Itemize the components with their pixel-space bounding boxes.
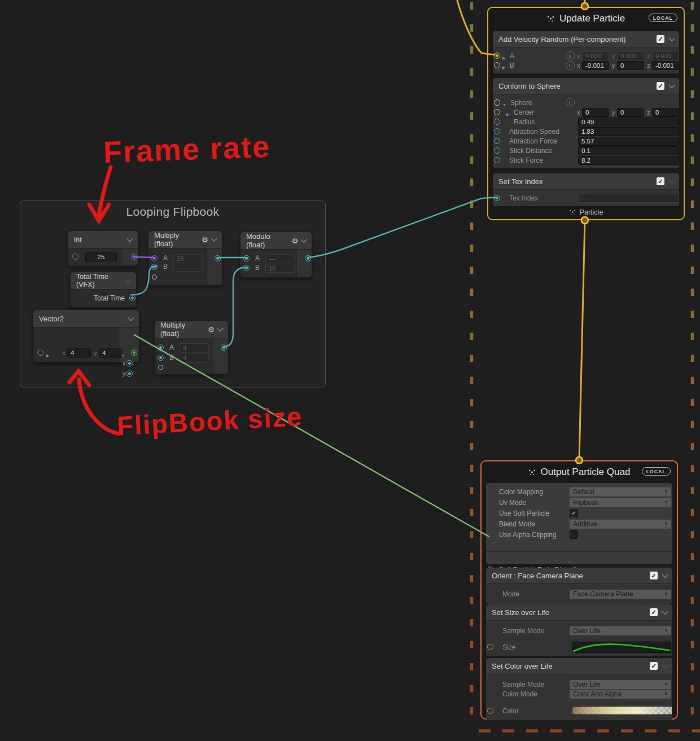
block-enabled-checkbox[interactable] — [657, 35, 664, 43]
attraction-speed-field[interactable]: 1.83 — [578, 127, 679, 136]
port-radius[interactable] — [494, 119, 500, 125]
port-vector2-y-output[interactable] — [126, 370, 133, 377]
port-vector2-input[interactable] — [37, 350, 43, 356]
port-color[interactable] — [487, 708, 493, 714]
port-multiply2-b[interactable] — [158, 355, 164, 361]
velocity-a-x-field[interactable]: 0.001 — [582, 51, 609, 60]
chevron-down-icon[interactable] — [662, 572, 668, 578]
velocity-b-z-field[interactable]: -0.001 — [652, 61, 679, 70]
uv-mode-dropdown[interactable]: Flipbook — [570, 498, 671, 507]
port-int-input[interactable] — [72, 254, 78, 260]
multiply-b-field[interactable]: — — [173, 263, 203, 272]
port-modulo-b[interactable] — [243, 265, 250, 271]
color-sample-mode-dropdown[interactable]: Over Life — [570, 680, 671, 689]
chevron-down-icon[interactable] — [125, 277, 131, 282]
block-enabled-checkbox[interactable] — [657, 177, 664, 185]
port-attraction-speed[interactable] — [494, 128, 500, 134]
multiply-a-field[interactable]: 25 — [173, 254, 203, 263]
center-x-field[interactable]: 0 — [582, 108, 609, 117]
multiply2-a-field[interactable]: 4 — [180, 343, 209, 352]
expand-triangle-icon[interactable] — [502, 63, 505, 71]
center-y-field[interactable]: 0 — [617, 108, 644, 117]
gear-icon[interactable] — [291, 237, 298, 245]
velocity-a-z-field[interactable]: 0.001 — [652, 51, 679, 60]
orient-mode-dropdown[interactable]: Face Camera Plane — [570, 590, 671, 599]
port-multiply-add-input[interactable] — [152, 274, 157, 280]
size-curve-widget[interactable] — [572, 642, 671, 653]
port-int-output[interactable] — [131, 254, 137, 260]
block-conform-to-sphere[interactable]: Conform to Sphere Sphere L Center x 0 y … — [493, 78, 679, 168]
block-enabled-checkbox[interactable] — [650, 572, 658, 579]
port-velocity-a[interactable] — [494, 53, 500, 59]
chevron-down-icon[interactable] — [217, 325, 224, 332]
collapse-triangle-icon[interactable] — [502, 100, 506, 108]
port-attraction-force[interactable] — [494, 138, 500, 144]
use-alpha-clipping-checkbox[interactable] — [570, 530, 578, 539]
gear-icon[interactable] — [208, 325, 215, 334]
stick-force-field[interactable]: 8.2 — [578, 156, 679, 165]
chevron-down-icon[interactable] — [668, 177, 675, 184]
port-tex-index[interactable] — [494, 195, 500, 201]
link-badge[interactable]: L — [566, 51, 575, 60]
chevron-down-icon[interactable] — [668, 82, 675, 88]
port-stick-force[interactable] — [494, 157, 500, 163]
port-stick-distance[interactable] — [494, 147, 500, 154]
block-add-velocity-random[interactable]: Add Velocity Random (Per-component) A L … — [493, 31, 679, 73]
vector2-y-field[interactable]: 4 — [99, 348, 123, 358]
node-int[interactable]: int 25 — [68, 230, 138, 267]
chevron-down-icon[interactable] — [668, 35, 675, 41]
chevron-down-icon[interactable] — [662, 608, 668, 614]
block-enabled-checkbox[interactable] — [657, 82, 664, 90]
velocity-b-y-field[interactable]: 0 — [617, 61, 644, 70]
color-gradient-widget[interactable] — [572, 706, 672, 715]
color-mode-dropdown[interactable]: Color And Alpha — [570, 690, 671, 699]
port-vector2-x-output[interactable] — [126, 360, 133, 367]
chevron-down-icon[interactable] — [211, 236, 217, 242]
stick-distance-field[interactable]: 0.1 — [578, 146, 679, 155]
link-badge[interactable]: L — [566, 98, 575, 107]
port-multiply2-output[interactable] — [221, 345, 227, 351]
port-modulo-a[interactable] — [243, 255, 250, 261]
port-multiply-b[interactable] — [151, 264, 158, 270]
port-multiply-output[interactable] — [215, 255, 221, 261]
port-total-time-output[interactable] — [129, 295, 135, 301]
block-set-tex-index[interactable]: Set Tex Index Tex Index — — [493, 173, 679, 206]
block-orient[interactable]: Orient : Face Camera Plane Mode Face Cam… — [486, 568, 672, 604]
block-enabled-checkbox[interactable] — [650, 608, 658, 616]
port-multiply2-a[interactable] — [158, 345, 164, 351]
velocity-a-y-field[interactable]: 0.001 — [617, 51, 644, 60]
node-total-time[interactable]: Total Time (VFX) Total Time — [70, 272, 137, 308]
expand-triangle-icon[interactable] — [502, 53, 505, 61]
port-multiply-a[interactable] — [151, 255, 158, 261]
port-modulo-output[interactable] — [305, 255, 311, 261]
blend-mode-dropdown[interactable]: Additive — [570, 520, 671, 529]
modulo-a-field[interactable]: — — [265, 254, 295, 263]
port-multiply2-add-input[interactable] — [158, 365, 163, 370]
radius-field[interactable]: 0.49 — [578, 117, 679, 127]
link-badge[interactable]: L — [566, 61, 575, 70]
collapse-triangle-icon[interactable] — [121, 349, 125, 359]
block-enabled-checkbox[interactable] — [650, 662, 658, 670]
chevron-down-icon[interactable] — [126, 236, 133, 242]
velocity-b-x-field[interactable]: -0.001 — [582, 61, 609, 70]
int-value-field[interactable]: 25 — [85, 252, 117, 261]
chevron-down-icon[interactable] — [662, 662, 668, 668]
node-vector2[interactable]: Vector2 x 4 y 4 x y — [33, 310, 139, 363]
node-multiply-float-top[interactable]: Multiply (float) A 25 B — — [148, 230, 222, 286]
context-output-particle-quad[interactable]: Output Particle Quad LOCAL Color Mapping… — [480, 460, 678, 720]
color-mapping-dropdown[interactable]: Default — [570, 487, 671, 496]
block-set-size-over-life[interactable]: Set Size over Life Sample Mode Over Life… — [486, 604, 672, 656]
expand-triangle-icon[interactable] — [46, 349, 49, 359]
sample-mode-dropdown[interactable]: Over Life — [570, 626, 671, 635]
tex-index-field[interactable]: — — [578, 194, 679, 203]
chevron-down-icon[interactable] — [301, 237, 307, 243]
multiply2-b-field[interactable]: 4 — [180, 354, 209, 363]
node-multiply-float-bottom[interactable]: Multiply (float) A 4 B 4 — [154, 320, 229, 374]
modulo-b-field[interactable]: 16 — [265, 264, 295, 273]
node-modulo-float[interactable]: Modulo (float) A — B 16 — [240, 232, 312, 278]
port-vector2-output[interactable] — [131, 350, 137, 356]
expand-triangle-icon[interactable] — [506, 110, 509, 117]
gear-icon[interactable] — [202, 236, 208, 244]
use-soft-particle-checkbox[interactable] — [570, 509, 578, 517]
port-velocity-b[interactable] — [494, 62, 500, 68]
